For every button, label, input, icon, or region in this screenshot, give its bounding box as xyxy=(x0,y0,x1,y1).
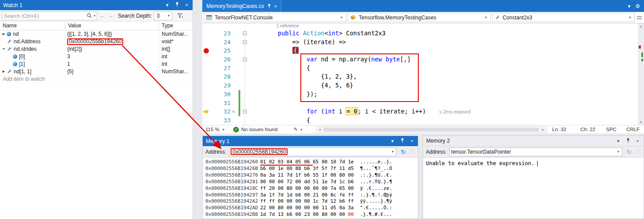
memory2-address-input[interactable]: tensor.TensorDataPointer ▾ xyxy=(449,147,622,156)
memory-bytes[interactable]: 3a 1f 7d 1d b6 00 21 00 8c fe ff xyxy=(260,192,356,199)
memory2-content[interactable]: Unable to evaluate the expression. xyxy=(423,158,644,169)
tab-memorytestingcases[interactable]: MemoryTestingCases.cs × xyxy=(202,0,281,12)
memory2-titlebar[interactable]: Memory 2 ▾ × xyxy=(423,136,644,146)
fold-collapse-toggle[interactable]: − xyxy=(242,55,249,64)
search-options-chevron-icon[interactable]: ▾ xyxy=(92,14,97,18)
scroll-left-icon[interactable]: ◄ xyxy=(316,128,323,131)
fold-minus-icon[interactable]: − xyxy=(243,31,247,35)
horizontal-scrollbar[interactable]: ◄ ► xyxy=(316,125,547,133)
memory1-address-input[interactable]: 0x000002556B194260 ▾ xyxy=(229,147,397,156)
line-number[interactable]: 28 xyxy=(211,72,231,81)
close-icon[interactable]: × xyxy=(409,138,415,144)
watch-value-cell[interactable]: {5} xyxy=(65,68,159,75)
fold-collapse-toggle[interactable]: − xyxy=(242,29,249,38)
watch-name-cell[interactable]: nd.Address xyxy=(0,38,65,45)
search-back-icon[interactable]: ← xyxy=(99,12,106,19)
breakpoint-gutter[interactable] xyxy=(202,90,211,99)
memory-row[interactable]: 0x000002556B1942973a 1f 7d 1d b6 00 21 0… xyxy=(205,192,418,199)
pin-icon[interactable] xyxy=(174,2,180,8)
memory-bytes[interactable]: 01 02 03 04 05 06 65 00 10 7d 1e xyxy=(260,159,356,166)
breakpoint-gutter[interactable] xyxy=(202,38,211,47)
memory-bytes[interactable]: 00 00 00 72 00 dd 51 1e 7d 1c b6 xyxy=(260,179,356,185)
code-text[interactable]: => (iterate) => xyxy=(249,38,638,47)
code-text[interactable]: { xyxy=(249,64,638,73)
memory-bytes[interactable]: 22 00 80 00 00 00 00 11 d5 0a 3a xyxy=(260,205,356,211)
watch-titlebar[interactable]: Watch 1 ▾ × xyxy=(0,0,193,10)
close-icon[interactable]: × xyxy=(184,2,189,8)
memory-row[interactable]: 0x000002556B19426Bb6 00 1e 00 88 b6 3f 5… xyxy=(205,166,418,172)
memory-row[interactable]: 0x000002556B19428100 00 00 72 00 dd 51 1… xyxy=(205,179,418,185)
fold-minus-icon[interactable]: − xyxy=(243,57,247,61)
refresh-icon[interactable]: ↻ xyxy=(399,148,407,156)
code-text[interactable]: for (int i = 0; i < iterate; i++)≤ 2ms e… xyxy=(249,107,638,116)
breakpoint-gutter[interactable] xyxy=(202,64,211,73)
memory-row[interactable]: 0x000002556B1942AD22 00 80 00 00 00 00 1… xyxy=(205,205,418,211)
line-number[interactable]: 33 xyxy=(211,116,231,125)
search-input[interactable] xyxy=(2,12,87,19)
fold-minus-icon[interactable]: − xyxy=(243,110,247,113)
code-text[interactable]: { xyxy=(249,46,638,55)
toolbar-overflow-grip[interactable]: ⋮ xyxy=(636,149,641,155)
watch-add-item-row[interactable]: Add item to watch xyxy=(0,76,193,83)
line-number[interactable]: 31 xyxy=(211,99,231,108)
tab-list-chevron-icon[interactable]: ▾ xyxy=(628,3,630,9)
expander-collapsed-icon[interactable]: ▶ xyxy=(1,30,7,38)
memory-bytes[interactable]: 1d 7d 13 b6 00 23 00 80 00 00 00 xyxy=(260,211,356,218)
document-options-gear-icon[interactable]: ⚙ xyxy=(635,3,640,9)
code-text[interactable]: {4, 5, 6} xyxy=(249,81,638,90)
line-number[interactable]: 27 xyxy=(211,64,231,73)
fold-collapse-toggle[interactable]: − xyxy=(242,107,249,116)
breakpoint-gutter[interactable] xyxy=(202,29,211,38)
edit-indicator[interactable]: ✎ ▾ xyxy=(293,126,303,132)
memory-row[interactable]: 0x000002556B1942760a 3a 11 7d 1f b6 55 1… xyxy=(205,172,418,179)
line-number[interactable]: 30 xyxy=(211,90,231,99)
line-number[interactable]: 32 xyxy=(211,107,231,116)
watch-value-cell[interactable]: 3 xyxy=(65,53,159,60)
horizontal-scrollbar-thumb[interactable] xyxy=(324,128,539,132)
watch-value-cell[interactable]: 0x000002556b194260 xyxy=(65,38,159,45)
line-number[interactable]: 24 xyxy=(211,38,231,47)
split-window-handle[interactable] xyxy=(636,16,643,19)
breakpoint-gutter[interactable] xyxy=(202,99,211,108)
memory-bytes[interactable]: 0a 3a 11 7d 1f b6 55 1f 00 80 00 xyxy=(260,172,356,179)
zoom-select[interactable]: 115 % ▾ xyxy=(202,127,228,132)
project-dropdown[interactable]: C# TensorFlowNET.Console ▾ xyxy=(204,13,346,22)
watch-value-cell[interactable]: {[[1, 2, 3], [4, 5, 6]]} xyxy=(65,30,159,38)
watch-row[interactable]: [0]3int xyxy=(0,53,193,60)
tab-close-icon[interactable]: × xyxy=(274,4,277,9)
expander-collapsed-icon[interactable]: ▶ xyxy=(1,68,7,75)
code-editor[interactable]: 1 reference23− public Action<int> Consta… xyxy=(202,23,638,125)
line-number[interactable]: 23 xyxy=(211,29,231,38)
watch-row[interactable]: ▶nd{[[1, 2, 3], [4, 5, 6]]}NumShar... xyxy=(0,30,193,38)
memory1-titlebar[interactable]: Memory 1 ▾ × xyxy=(203,136,418,146)
watch-name-cell[interactable]: ▼nd.strides xyxy=(0,45,65,53)
watch-value-cell[interactable]: {int[2]} xyxy=(65,45,159,53)
pin-icon[interactable] xyxy=(399,138,405,144)
member-dropdown[interactable]: Constant2x3 ▾ xyxy=(492,13,635,22)
code-text[interactable]: }); xyxy=(249,90,638,99)
breakpoint-gutter[interactable] xyxy=(202,81,211,90)
column-header-type[interactable]: Type xyxy=(159,22,193,30)
window-position-chevron-icon[interactable]: ▾ xyxy=(390,138,395,144)
expander-expanded-icon[interactable]: ▼ xyxy=(1,45,7,53)
watch-add-item-cell[interactable]: Add item to watch xyxy=(0,76,65,83)
fold-collapse-toggle[interactable]: − xyxy=(242,38,249,47)
memory-row[interactable]: 0x000002556B1942A2ff ff 00 00 00 00 1c 7… xyxy=(205,198,418,205)
window-position-chevron-icon[interactable]: ▾ xyxy=(164,2,170,8)
watch-name-cell[interactable]: ▶nd xyxy=(0,30,65,38)
filter-icon[interactable] xyxy=(177,13,183,19)
codelens-reference-count[interactable]: 1 reference xyxy=(202,23,638,29)
line-number[interactable]: 25 xyxy=(211,46,231,55)
watch-value-cell[interactable]: 1 xyxy=(65,60,159,68)
memory2-address-chevron-icon[interactable]: ▾ xyxy=(616,150,621,154)
window-position-chevron-icon[interactable]: ▾ xyxy=(615,138,621,144)
line-number[interactable]: 29 xyxy=(211,81,231,90)
watch-row[interactable]: [1]1int xyxy=(0,60,193,68)
watch-name-cell[interactable]: ▶nd[1, 1] xyxy=(0,68,65,75)
breakpoint-gutter[interactable] xyxy=(202,72,211,81)
close-icon[interactable]: × xyxy=(635,138,640,144)
class-dropdown[interactable]: Tensorflow.MemoryTestingCases ▾ xyxy=(348,13,490,22)
memory-bytes[interactable]: b6 00 1e 00 88 b6 3f 5f 7f 11 d5 xyxy=(260,166,356,172)
pin-icon[interactable] xyxy=(625,138,631,144)
memory-row[interactable]: 0x000002556B19426001 02 03 04 05 06 65 0… xyxy=(205,159,418,166)
